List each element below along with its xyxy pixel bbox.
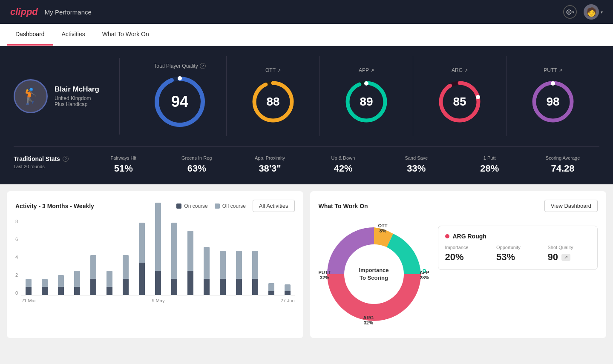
- user-menu[interactable]: 🧑 ▾: [584, 4, 603, 20]
- avatar-icon: 🧑: [586, 7, 597, 17]
- off-course-bar: [26, 279, 32, 287]
- trad-title: Traditional Stats: [14, 155, 60, 162]
- header: clippd My Performance ⊕ ▾ 🧑 ▾: [0, 0, 613, 24]
- bar-group-5: [102, 271, 117, 295]
- plus-icon: ⊕: [566, 7, 572, 17]
- shot-quality-value: 90: [548, 252, 558, 263]
- scores-grid: Total Player Quality ? 94 OTT ↗: [133, 56, 599, 136]
- off-course-bar: [74, 271, 80, 287]
- bar-group-10: [183, 231, 198, 295]
- bar-group-3: [70, 271, 84, 295]
- stat-scoring-avg: Scoring Average 74.28: [526, 155, 599, 174]
- on-course-bar: [74, 287, 80, 295]
- arg-rough-dot: [445, 234, 449, 238]
- what-to-work-on-card: What To Work On View Dashboard: [310, 191, 607, 338]
- ott-value: 88: [266, 95, 279, 109]
- off-course-bar: [42, 279, 48, 287]
- ott-segment-label: OTT8%: [378, 223, 388, 233]
- ott-label: OTT ↗: [265, 67, 281, 73]
- player-avatar: 🏌️: [14, 79, 48, 113]
- off-course-bar: [187, 231, 193, 271]
- stat-fairways-hit: Fairways Hit 51%: [87, 155, 160, 174]
- player-scores-row: 🏌️ Blair McHarg United Kingdom Plus Hand…: [14, 56, 599, 136]
- on-course-bar: [187, 271, 193, 295]
- on-course-label: On course: [184, 203, 207, 209]
- traditional-stats-info: Traditional Stats ? Last 20 rounds: [14, 155, 87, 174]
- bottom-section: Activity - 3 Months - Weekly On course O…: [0, 184, 613, 345]
- avatar[interactable]: 🧑: [584, 4, 599, 20]
- metric-importance: Importance 20%: [445, 245, 488, 263]
- arg-rough-header: ARG Rough: [445, 233, 591, 240]
- shot-quality-badge: ↗: [561, 254, 570, 261]
- gauge-app: 89: [343, 78, 390, 125]
- svg-point-7: [364, 81, 368, 86]
- player-name: Blair McHarg: [55, 85, 106, 94]
- on-course-bar: [236, 279, 242, 295]
- off-course-bar: [155, 203, 161, 271]
- app-value: 89: [360, 95, 373, 109]
- on-course-color: [176, 203, 181, 209]
- wtwo-title: What To Work On: [319, 203, 368, 209]
- tab-dashboard[interactable]: Dashboard: [7, 24, 53, 46]
- view-dashboard-button[interactable]: View Dashboard: [544, 200, 598, 212]
- x-label-mar: 21 Mar: [21, 298, 36, 303]
- app-label: APP ↗: [359, 67, 374, 73]
- donut-section: ImportanceTo Scoring OTT8% APP28% ARG32%…: [319, 219, 429, 330]
- on-course-bar: [58, 287, 64, 295]
- off-course-bar: [171, 223, 177, 279]
- svg-point-10: [476, 95, 480, 99]
- trad-help-icon[interactable]: ?: [63, 156, 69, 162]
- bar-group-14: [248, 251, 262, 295]
- logo[interactable]: clippd: [10, 6, 38, 17]
- score-putt: PUTT ↗ 98: [507, 56, 599, 136]
- tab-what-to-work-on[interactable]: What To Work On: [94, 24, 158, 46]
- arg-label: ARG ↗: [452, 67, 468, 73]
- on-course-bar: [123, 279, 129, 295]
- legend-off-course: Off course: [215, 203, 246, 209]
- player-section: 🏌️ Blair McHarg United Kingdom Plus Hand…: [14, 79, 106, 113]
- off-course-bar: [106, 271, 112, 287]
- putt-segment-label: PUTT32%: [319, 270, 331, 280]
- donut-wrap: ImportanceTo Scoring OTT8% APP28% ARG32%…: [319, 219, 429, 330]
- bar-group-0: [21, 279, 36, 295]
- header-left: clippd My Performance: [10, 6, 92, 17]
- on-course-bar: [26, 287, 32, 295]
- stat-putt-value: 28%: [453, 163, 526, 174]
- putt-trend-icon: ↗: [559, 68, 562, 73]
- off-course-bar: [220, 251, 226, 279]
- total-label: Total Player Quality ?: [154, 63, 205, 69]
- on-course-bar: [252, 279, 258, 295]
- chart-controls: On course Off course All Activities: [176, 200, 294, 212]
- user-dropdown-arrow: ▾: [601, 10, 603, 14]
- opportunity-value: 53%: [496, 252, 539, 263]
- on-course-bar: [90, 279, 96, 295]
- info-section: ARG Rough Importance 20% Opportunity 53%…: [438, 222, 598, 330]
- x-label-may: 9 May: [152, 298, 164, 303]
- x-label-jun: 27 Jun: [280, 298, 294, 303]
- stat-proximity-value: 38'3": [233, 163, 307, 174]
- off-course-bar: [90, 255, 96, 279]
- metric-shot-quality: Shot Quality 90 ↗: [548, 245, 591, 263]
- bar-group-11: [199, 247, 214, 295]
- help-icon[interactable]: ?: [200, 63, 206, 69]
- donut-center-label: ImportanceTo Scoring: [359, 267, 389, 282]
- add-button[interactable]: ⊕ ▾: [563, 5, 577, 19]
- stat-greens-label: Greens In Reg: [160, 155, 233, 161]
- score-app: APP ↗ 89: [320, 56, 413, 136]
- y-axis: 8 6 4 2 0: [15, 219, 21, 295]
- putt-label: PUTT ↗: [544, 67, 562, 73]
- stat-putt-label: 1 Putt: [453, 155, 526, 161]
- legend-on-course: On course: [176, 203, 207, 209]
- stat-sand-value: 33%: [380, 163, 453, 174]
- off-course-bar: [252, 251, 258, 279]
- opportunity-label: Opportunity: [496, 245, 539, 250]
- on-course-bar: [171, 279, 177, 295]
- svg-point-13: [551, 81, 555, 86]
- tab-activities[interactable]: Activities: [53, 24, 94, 46]
- off-course-label: Off course: [222, 203, 246, 209]
- chart-body: 8 6 4 2 0 21 Mar 9 May 27 Jun: [15, 219, 295, 303]
- app-dot: [423, 269, 426, 272]
- stat-updown-value: 42%: [307, 163, 380, 174]
- all-activities-button[interactable]: All Activities: [253, 200, 295, 212]
- metric-opportunity: Opportunity 53%: [496, 245, 539, 263]
